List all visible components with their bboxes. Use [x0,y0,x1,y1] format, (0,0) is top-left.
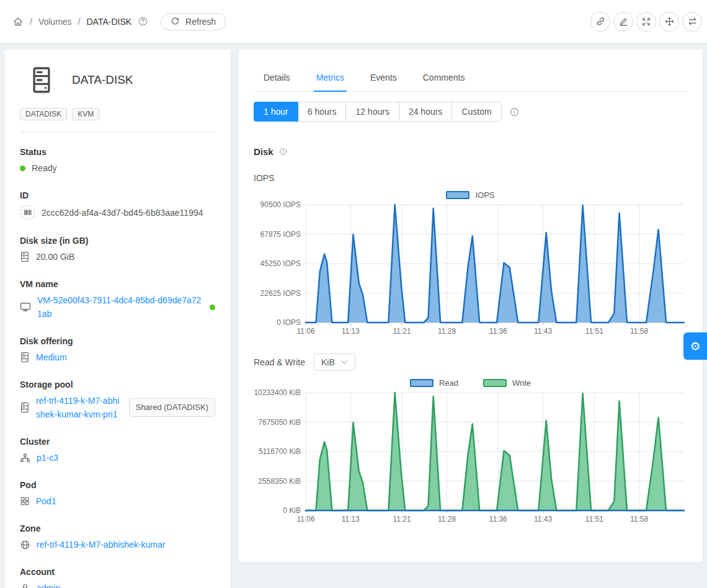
iops-chart[interactable]: 90500 IOPS67875 IOPS45250 IOPS22625 IOPS… [254,201,687,336]
hdd-icon [20,352,30,363]
field-vm-name: VM name VM-52e00f43-7911-4dc4-85bd-d69de… [20,279,215,321]
time-range-group: 1 hour 6 hours 12 hours 24 hours Custom [254,102,502,122]
chevron-down-icon [341,360,348,365]
detail-tabs: Details Metrics Events Comments [254,65,687,92]
read-legend-swatch[interactable] [410,379,434,387]
svg-text:0 KiB: 0 KiB [283,506,301,515]
settings-fab-button[interactable]: ⚙ [683,332,707,360]
range-12-hours[interactable]: 12 hours [345,102,399,122]
swap-icon [687,16,698,27]
svg-text:0 IOPS: 0 IOPS [277,318,301,327]
disk-section-title: Disk [254,146,687,157]
edit-icon [618,16,629,27]
svg-text:11:06: 11:06 [296,515,314,523]
svg-text:10233400 KiB: 10233400 KiB [254,389,301,397]
page-content: DATA-DISK DATADISK KVM Status Ready ID [0,43,707,588]
desktop-icon [20,301,31,313]
svg-text:11:43: 11:43 [534,515,552,523]
home-icon[interactable] [12,16,24,27]
move-icon [664,16,675,27]
unit-select[interactable]: KiB [314,354,355,371]
field-storage-pool: Storage pool ref-trl-4119-k-M7-abhishek-… [20,380,215,421]
breadcrumb: / Volumes / DATA-DISK Refresh [12,13,226,30]
svg-text:67875 IOPS: 67875 IOPS [260,230,301,239]
resize-volume-button[interactable] [636,12,656,32]
header-action-buttons [590,12,702,32]
account-link[interactable]: admin [37,581,60,588]
user-icon [20,583,30,588]
cluster-link[interactable]: p1-c3 [37,451,58,465]
svg-text:11:21: 11:21 [393,327,411,336]
gear-icon: ⚙ [690,339,700,354]
link-icon [595,16,606,27]
copy-link-button[interactable] [590,12,610,32]
svg-text:90500 IOPS: 90500 IOPS [260,201,301,209]
read-write-chart[interactable]: 10233400 KiB7675050 KiB5116700 KiB255835… [254,389,687,524]
iops-chart-legend: IOPS [254,190,687,200]
edit-button[interactable] [613,12,633,32]
range-24-hours[interactable]: 24 hours [399,102,452,122]
info-circle-icon[interactable] [278,147,288,156]
svg-text:45250 IOPS: 45250 IOPS [260,259,301,268]
tab-events[interactable]: Events [368,65,399,91]
volume-hdd-icon [30,66,53,94]
field-id: ID 2ccc62dd-af4a-43d7-bd45-6b83 [20,190,215,220]
field-disk-size: Disk size (in GB) 20.00 GiB [20,236,215,264]
breadcrumb-current: DATA-DISK [86,17,131,27]
hdd-icon [20,402,30,413]
hdd-icon [20,251,30,262]
svg-text:2558350 KiB: 2558350 KiB [258,477,301,486]
vm-state-dot [210,305,215,310]
svg-text:11:28: 11:28 [438,515,456,523]
read-write-row: Read & Write KiB [254,354,687,371]
field-status: Status Ready [20,147,215,175]
status-value: Ready [32,161,56,175]
breadcrumb-volumes[interactable]: Volumes [38,17,72,27]
svg-text:11:13: 11:13 [342,327,360,336]
iops-legend-swatch[interactable] [446,191,469,199]
vm-name-link[interactable]: VM-52e00f43-7911-4dc4-85bd-d69de7a721ab [37,293,203,321]
svg-text:11:51: 11:51 [585,515,603,523]
svg-text:11:36: 11:36 [489,515,507,523]
swap-button[interactable] [682,12,702,32]
tab-comments[interactable]: Comments [420,65,468,91]
iops-legend-label[interactable]: IOPS [475,190,494,200]
tab-details[interactable]: Details [261,65,293,91]
write-legend-label[interactable]: Write [512,378,531,388]
svg-text:11:28: 11:28 [438,327,456,336]
read-legend-label[interactable]: Read [439,378,458,388]
page-title: DATA-DISK [72,73,133,87]
migrate-volume-button[interactable] [659,12,679,32]
info-circle-icon[interactable] [509,107,520,117]
globe-icon [20,540,30,550]
divider [20,131,215,132]
disk-offering-link[interactable]: Medium [36,350,67,364]
refresh-button[interactable]: Refresh [161,13,226,30]
svg-text:7675050 KiB: 7675050 KiB [258,418,301,427]
field-zone: Zone ref-trl-4119-k-M7-abhishek-kumar [20,523,215,551]
zone-link[interactable]: ref-trl-4119-k-M7-abhishek-kumar [37,538,165,551]
cluster-icon [20,453,30,463]
read-write-title: Read & Write [254,357,305,367]
disk-size-value: 20.00 GiB [36,250,74,264]
read-write-chart-legend: Read Write [254,378,687,388]
storage-pool-link[interactable]: ref-trl-4119-k-M7-abhishek-kumar-kvm-pri… [36,394,123,421]
resource-header: DATA-DISK [20,66,215,94]
tab-metrics[interactable]: Metrics [314,65,347,92]
field-cluster: Cluster p1-c3 [20,437,215,465]
help-question-icon[interactable] [138,16,148,27]
detail-panel-card: Details Metrics Events Comments 1 hour 6… [239,50,702,562]
range-custom[interactable]: Custom [451,102,501,122]
pod-link[interactable]: Pod1 [36,494,56,508]
id-value: 2ccc62dd-af4a-43d7-bd45-6b83aae11994 [42,206,203,220]
barcode-icon [20,205,35,220]
tag-kvm: KVM [72,108,99,120]
svg-text:11:36: 11:36 [489,327,507,336]
write-legend-swatch[interactable] [483,379,507,387]
top-header: / Volumes / DATA-DISK Refresh [0,0,707,43]
tag-datadisk: DATADISK [20,108,67,120]
range-6-hours[interactable]: 6 hours [298,102,347,122]
range-1-hour[interactable]: 1 hour [254,102,298,122]
breadcrumb-separator: / [30,17,32,27]
svg-text:11:51: 11:51 [585,327,603,336]
